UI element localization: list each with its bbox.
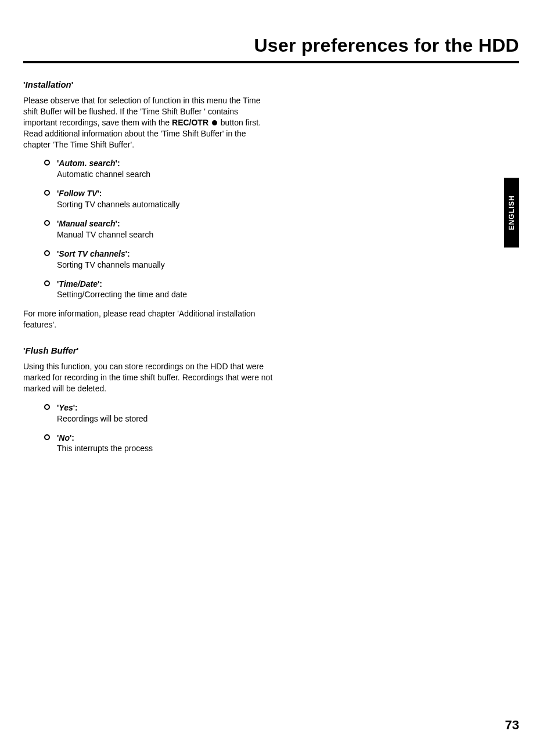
list-item: 'Time/Date': Setting/Correcting the time… — [44, 279, 294, 301]
list-item: 'Sort TV channels': Sorting TV channels … — [44, 249, 294, 271]
option-desc: Manual TV channel search — [57, 229, 294, 240]
installation-intro: Please observe that for selection of fun… — [23, 95, 273, 150]
ring-bullet-icon — [44, 190, 50, 196]
ring-bullet-icon — [44, 250, 50, 256]
flush-buffer-options-list: 'Yes': Recordings will be stored 'No': T… — [23, 402, 294, 455]
option-label: 'Yes': — [57, 403, 78, 412]
list-item: 'Follow TV': Sorting TV channels automat… — [44, 188, 294, 210]
list-item: 'Autom. search': Automatic channel searc… — [44, 158, 294, 180]
option-label: 'Time/Date': — [57, 279, 102, 289]
heading-text: Flush Buffer — [26, 345, 77, 355]
title-rule — [23, 61, 519, 63]
quote-close: ' — [71, 80, 74, 89]
option-label: 'No': — [57, 433, 74, 442]
page-title: User preferences for the HDD — [23, 35, 519, 56]
flush-buffer-intro: Using this function, you can store recor… — [23, 361, 273, 394]
option-label: 'Follow TV': — [57, 189, 102, 198]
list-item: 'No': This interrupts the process — [44, 433, 294, 455]
heading-text: Installation — [26, 80, 71, 89]
page-number: 73 — [505, 718, 519, 733]
record-dot-icon — [212, 120, 217, 125]
ring-bullet-icon — [44, 160, 50, 165]
option-name: Time/Date — [59, 279, 98, 289]
option-name: Autom. search — [59, 159, 115, 168]
ring-bullet-icon — [44, 220, 50, 226]
option-desc: Sorting TV channels manually — [57, 260, 294, 271]
option-name: Manual search — [59, 219, 115, 228]
list-item: 'Manual search': Manual TV channel searc… — [44, 218, 294, 240]
option-name: Follow TV — [59, 189, 97, 198]
option-name: Sort TV channels — [59, 249, 125, 258]
option-name: No — [59, 433, 70, 442]
quote-close: ' — [77, 345, 79, 355]
section-heading-installation: 'Installation' — [23, 80, 519, 89]
option-desc: Setting/Correcting the time and date — [57, 289, 294, 300]
option-desc: Recordings will be stored — [57, 413, 294, 424]
page-container: User preferences for the HDD 'Installati… — [0, 0, 554, 756]
list-item: 'Yes': Recordings will be stored — [44, 402, 294, 424]
option-desc: This interrupts the process — [57, 443, 294, 454]
language-tab: ENGLISH — [504, 178, 519, 247]
section-heading-flush-buffer: 'Flush Buffer' — [23, 345, 519, 355]
ring-bullet-icon — [44, 434, 50, 440]
installation-outro: For more information, please read chapte… — [23, 308, 273, 330]
option-label: 'Sort TV channels': — [57, 249, 130, 258]
rec-otr-label: REC/OTR — [172, 118, 208, 127]
option-name: Yes — [59, 403, 73, 412]
option-desc: Sorting TV channels automatically — [57, 199, 294, 210]
installation-options-list: 'Autom. search': Automatic channel searc… — [23, 158, 294, 300]
option-label: 'Autom. search': — [57, 159, 120, 168]
ring-bullet-icon — [44, 280, 50, 286]
option-desc: Automatic channel search — [57, 169, 294, 180]
ring-bullet-icon — [44, 404, 50, 410]
option-label: 'Manual search': — [57, 219, 120, 228]
